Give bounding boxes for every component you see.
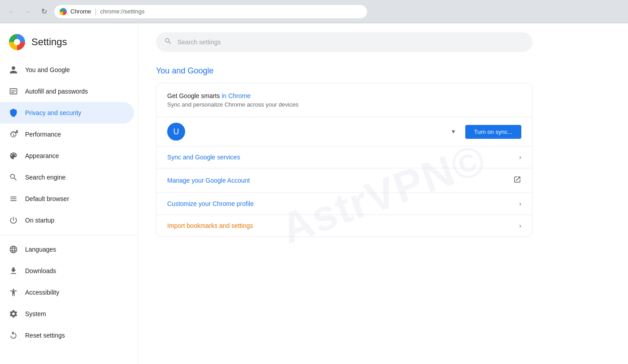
browser-chrome: ← → ↻ Chrome | chrome://settings	[0, 0, 628, 23]
customize-profile-row[interactable]: Customize your Chrome profile ›	[156, 193, 532, 215]
search-input[interactable]	[178, 39, 524, 46]
sidebar-item-label-languages: Languages	[25, 246, 56, 253]
customize-profile-label: Customize your Chrome profile	[167, 200, 519, 207]
settings-header: Settings	[0, 27, 138, 59]
manage-account-label: Manage your Google Account	[167, 177, 513, 184]
main-content: You and Google Get Google smarts in Chro…	[138, 23, 628, 246]
sidebar-item-search-engine[interactable]: Search engine	[0, 167, 134, 188]
user-avatar: U	[167, 123, 185, 141]
power-icon	[9, 216, 18, 225]
import-chevron-icon: ›	[519, 222, 521, 229]
sidebar-item-label-search-engine: Search engine	[25, 174, 65, 181]
sidebar-item-on-startup[interactable]: On startup	[0, 210, 134, 231]
sidebar-item-label-appearance: Appearance	[25, 152, 59, 159]
sidebar-item-label-downloads: Downloads	[25, 267, 56, 274]
reset-icon	[9, 331, 18, 340]
sidebar-item-label-accessibility: Accessibility	[25, 289, 59, 296]
sidebar-item-label-performance: Performance	[25, 131, 61, 138]
performance-icon	[9, 130, 18, 139]
sidebar-item-performance[interactable]: Performance	[0, 124, 134, 145]
sidebar-item-label-on-startup: On startup	[25, 217, 54, 224]
sidebar-item-label-default-browser: Default browser	[25, 195, 69, 202]
chrome-logo	[9, 34, 25, 50]
sidebar-item-system[interactable]: System	[0, 303, 134, 325]
manage-account-row[interactable]: Manage your Google Account	[156, 168, 532, 193]
sync-label: Sync and Google services	[167, 154, 519, 161]
sidebar-item-privacy[interactable]: Privacy and security	[0, 102, 134, 124]
app-layout: Settings You and Google Autofill and pas…	[0, 23, 628, 364]
card-top: Get Google smarts in Chrome Sync and per…	[156, 83, 532, 117]
settings-icon	[9, 309, 18, 318]
main-wrapper: AstrVPN© You and Google Get Google smart…	[138, 23, 628, 364]
customize-chevron-icon: ›	[519, 200, 521, 207]
sidebar-item-label-reset: Reset settings	[25, 332, 65, 339]
address-bar: Chrome | chrome://settings	[54, 4, 368, 19]
import-row[interactable]: Import bookmarks and settings ›	[156, 215, 532, 236]
tab-name: Chrome	[70, 8, 91, 15]
sidebar-item-label-system: System	[25, 310, 46, 317]
shield-icon	[9, 108, 18, 117]
user-row: U ▼ Turn on sync...	[156, 117, 532, 146]
sidebar-item-reset[interactable]: Reset settings	[0, 325, 134, 346]
url-text: chrome://settings	[100, 8, 144, 15]
sidebar-item-you-and-google[interactable]: You and Google	[0, 59, 134, 81]
you-and-google-card: Get Google smarts in Chrome Sync and per…	[156, 83, 533, 237]
sidebar-item-languages[interactable]: Languages	[0, 239, 134, 260]
browser-icon	[9, 194, 18, 203]
forward-button[interactable]: →	[22, 5, 34, 18]
back-button[interactable]: ←	[5, 5, 18, 18]
turn-on-sync-button[interactable]: Turn on sync...	[465, 125, 522, 139]
import-label: Import bookmarks and settings	[167, 222, 519, 229]
section-title: You and Google	[156, 66, 610, 76]
sidebar-item-label-autofill: Autofill and passwords	[25, 88, 88, 95]
badge-icon	[9, 87, 18, 96]
sidebar-item-autofill[interactable]: Autofill and passwords	[0, 81, 134, 102]
dropdown-arrow-icon[interactable]: ▼	[447, 125, 460, 138]
sidebar: Settings You and Google Autofill and pas…	[0, 23, 138, 364]
address-divider: |	[95, 8, 96, 16]
sidebar-item-appearance[interactable]: Appearance	[0, 145, 134, 167]
palette-icon	[9, 151, 18, 160]
card-top-subtitle: Sync and personalize Chrome across your …	[167, 101, 521, 108]
card-top-title: Get Google smarts in Chrome	[167, 92, 521, 99]
person-icon	[9, 65, 18, 74]
search-icon	[9, 173, 18, 182]
download-icon	[9, 266, 18, 275]
sidebar-item-label-privacy: Privacy and security	[25, 109, 81, 116]
globe-icon	[9, 245, 18, 254]
sidebar-item-accessibility[interactable]: Accessibility	[0, 282, 134, 303]
sidebar-item-default-browser[interactable]: Default browser	[0, 188, 134, 210]
search-bar-icon	[164, 37, 172, 47]
external-link-icon	[513, 176, 521, 185]
sidebar-item-label-you-and-google: You and Google	[25, 66, 70, 73]
site-favicon	[60, 8, 67, 15]
sync-chevron-icon: ›	[519, 154, 521, 161]
sidebar-divider	[0, 235, 138, 235]
accessibility-icon	[9, 288, 18, 297]
sidebar-item-downloads[interactable]: Downloads	[0, 260, 134, 282]
reload-button[interactable]: ↻	[38, 5, 50, 18]
sync-row[interactable]: Sync and Google services ›	[156, 146, 532, 168]
settings-title: Settings	[31, 36, 67, 48]
search-bar-container	[156, 32, 533, 52]
